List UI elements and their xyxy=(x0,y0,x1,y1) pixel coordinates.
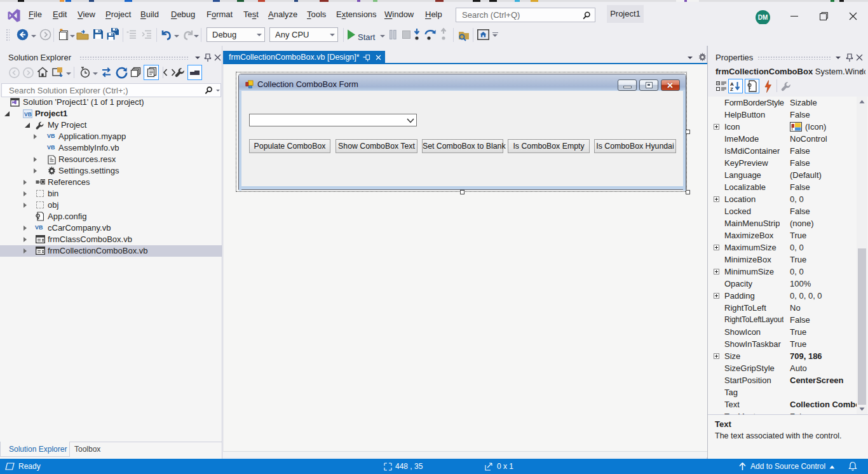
svg-text:VB: VB xyxy=(24,111,32,118)
svg-text:Z: Z xyxy=(730,86,733,91)
